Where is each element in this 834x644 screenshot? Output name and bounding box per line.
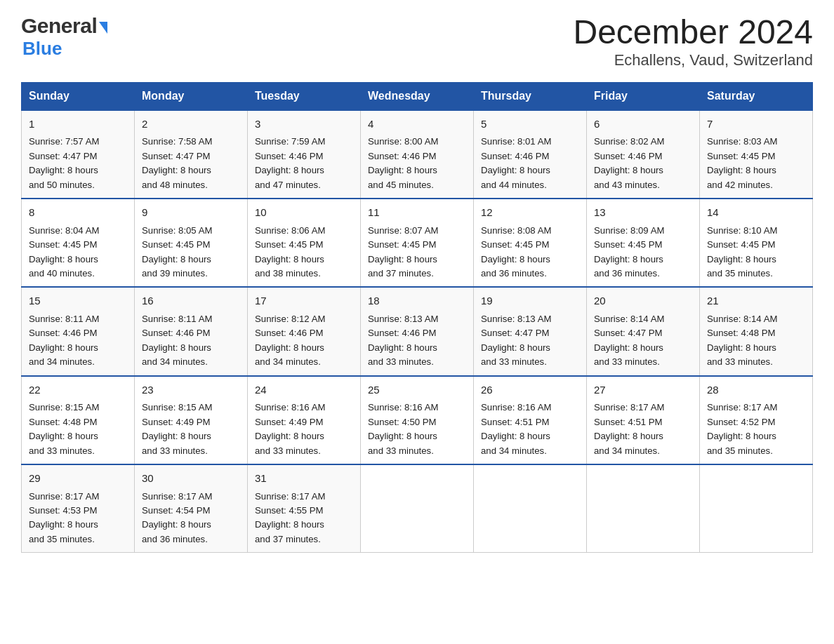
day-number: 14 xyxy=(707,205,805,221)
logo-general-text: General xyxy=(21,14,97,38)
day-number: 7 xyxy=(707,116,805,133)
calendar-day-cell: 8 Sunrise: 8:04 AM Sunset: 4:45 PM Dayli… xyxy=(22,199,135,287)
day-number: 8 xyxy=(29,205,127,221)
day-info: Sunrise: 8:05 AM Sunset: 4:45 PM Dayligh… xyxy=(142,224,240,281)
calendar-day-cell: 31 Sunrise: 8:17 AM Sunset: 4:55 PM Dayl… xyxy=(248,464,361,553)
calendar-day-cell: 26 Sunrise: 8:16 AM Sunset: 4:51 PM Dayl… xyxy=(474,376,587,464)
day-number: 19 xyxy=(481,293,579,309)
calendar-day-cell xyxy=(474,464,587,553)
calendar-day-cell: 15 Sunrise: 8:11 AM Sunset: 4:46 PM Dayl… xyxy=(22,287,135,375)
col-friday: Friday xyxy=(587,82,700,110)
calendar-day-cell: 29 Sunrise: 8:17 AM Sunset: 4:53 PM Dayl… xyxy=(22,464,135,553)
col-monday: Monday xyxy=(135,82,248,110)
calendar-day-cell: 12 Sunrise: 8:08 AM Sunset: 4:45 PM Dayl… xyxy=(474,199,587,287)
day-info: Sunrise: 8:16 AM Sunset: 4:51 PM Dayligh… xyxy=(481,401,579,458)
calendar-day-cell: 21 Sunrise: 8:14 AM Sunset: 4:48 PM Dayl… xyxy=(700,287,813,375)
day-number: 31 xyxy=(255,471,353,487)
day-number: 12 xyxy=(481,205,579,221)
day-number: 25 xyxy=(368,382,466,398)
calendar-day-cell: 2 Sunrise: 7:58 AM Sunset: 4:47 PM Dayli… xyxy=(135,110,248,199)
day-number: 4 xyxy=(368,116,466,133)
day-info: Sunrise: 7:58 AM Sunset: 4:47 PM Dayligh… xyxy=(142,135,240,192)
day-info: Sunrise: 8:17 AM Sunset: 4:53 PM Dayligh… xyxy=(29,490,127,547)
calendar-day-cell: 1 Sunrise: 7:57 AM Sunset: 4:47 PM Dayli… xyxy=(22,110,135,199)
calendar-header-row: Sunday Monday Tuesday Wednesday Thursday… xyxy=(22,82,813,110)
day-info: Sunrise: 8:14 AM Sunset: 4:47 PM Dayligh… xyxy=(594,312,692,370)
col-sunday: Sunday xyxy=(22,82,135,110)
day-info: Sunrise: 8:11 AM Sunset: 4:46 PM Dayligh… xyxy=(142,312,240,370)
day-number: 29 xyxy=(29,471,127,487)
day-number: 23 xyxy=(142,382,240,398)
day-info: Sunrise: 8:17 AM Sunset: 4:55 PM Dayligh… xyxy=(255,490,353,547)
day-number: 16 xyxy=(142,293,240,309)
day-info: Sunrise: 8:13 AM Sunset: 4:46 PM Dayligh… xyxy=(368,312,466,370)
day-number: 28 xyxy=(707,382,805,398)
day-number: 21 xyxy=(707,293,805,309)
day-number: 6 xyxy=(594,116,692,133)
calendar-day-cell: 16 Sunrise: 8:11 AM Sunset: 4:46 PM Dayl… xyxy=(135,287,248,375)
calendar-day-cell xyxy=(587,464,700,553)
day-info: Sunrise: 8:17 AM Sunset: 4:54 PM Dayligh… xyxy=(142,490,240,547)
day-info: Sunrise: 8:04 AM Sunset: 4:45 PM Dayligh… xyxy=(29,224,127,281)
day-info: Sunrise: 7:59 AM Sunset: 4:46 PM Dayligh… xyxy=(255,135,353,192)
day-info: Sunrise: 8:12 AM Sunset: 4:46 PM Dayligh… xyxy=(255,312,353,370)
day-number: 2 xyxy=(142,116,240,133)
calendar-day-cell: 13 Sunrise: 8:09 AM Sunset: 4:45 PM Dayl… xyxy=(587,199,700,287)
day-number: 24 xyxy=(255,382,353,398)
day-info: Sunrise: 8:02 AM Sunset: 4:46 PM Dayligh… xyxy=(594,135,692,192)
day-number: 1 xyxy=(29,116,127,133)
calendar-day-cell: 10 Sunrise: 8:06 AM Sunset: 4:45 PM Dayl… xyxy=(248,199,361,287)
calendar-table: Sunday Monday Tuesday Wednesday Thursday… xyxy=(21,82,813,554)
day-info: Sunrise: 8:07 AM Sunset: 4:45 PM Dayligh… xyxy=(368,224,466,281)
calendar-day-cell: 25 Sunrise: 8:16 AM Sunset: 4:50 PM Dayl… xyxy=(361,376,474,464)
day-number: 22 xyxy=(29,382,127,398)
day-info: Sunrise: 8:00 AM Sunset: 4:46 PM Dayligh… xyxy=(368,135,466,192)
calendar-week-row: 15 Sunrise: 8:11 AM Sunset: 4:46 PM Dayl… xyxy=(22,287,813,375)
calendar-day-cell: 23 Sunrise: 8:15 AM Sunset: 4:49 PM Dayl… xyxy=(135,376,248,464)
day-info: Sunrise: 8:13 AM Sunset: 4:47 PM Dayligh… xyxy=(481,312,579,370)
calendar-day-cell: 5 Sunrise: 8:01 AM Sunset: 4:46 PM Dayli… xyxy=(474,110,587,199)
day-info: Sunrise: 8:01 AM Sunset: 4:46 PM Dayligh… xyxy=(481,135,579,192)
col-wednesday: Wednesday xyxy=(361,82,474,110)
day-info: Sunrise: 8:03 AM Sunset: 4:45 PM Dayligh… xyxy=(707,135,805,192)
calendar-day-cell xyxy=(700,464,813,553)
day-info: Sunrise: 8:15 AM Sunset: 4:49 PM Dayligh… xyxy=(142,401,240,458)
day-number: 13 xyxy=(594,205,692,221)
day-info: Sunrise: 7:57 AM Sunset: 4:47 PM Dayligh… xyxy=(29,135,127,192)
col-tuesday: Tuesday xyxy=(248,82,361,110)
calendar-day-cell: 3 Sunrise: 7:59 AM Sunset: 4:46 PM Dayli… xyxy=(248,110,361,199)
calendar-subtitle: Echallens, Vaud, Switzerland xyxy=(573,51,813,69)
day-number: 11 xyxy=(368,205,466,221)
day-info: Sunrise: 8:16 AM Sunset: 4:49 PM Dayligh… xyxy=(255,401,353,458)
col-thursday: Thursday xyxy=(474,82,587,110)
calendar-day-cell xyxy=(361,464,474,553)
day-info: Sunrise: 8:15 AM Sunset: 4:48 PM Dayligh… xyxy=(29,401,127,458)
day-info: Sunrise: 8:11 AM Sunset: 4:46 PM Dayligh… xyxy=(29,312,127,370)
calendar-day-cell: 6 Sunrise: 8:02 AM Sunset: 4:46 PM Dayli… xyxy=(587,110,700,199)
calendar-day-cell: 4 Sunrise: 8:00 AM Sunset: 4:46 PM Dayli… xyxy=(361,110,474,199)
calendar-day-cell: 19 Sunrise: 8:13 AM Sunset: 4:47 PM Dayl… xyxy=(474,287,587,375)
calendar-day-cell: 9 Sunrise: 8:05 AM Sunset: 4:45 PM Dayli… xyxy=(135,199,248,287)
calendar-day-cell: 11 Sunrise: 8:07 AM Sunset: 4:45 PM Dayl… xyxy=(361,199,474,287)
day-number: 18 xyxy=(368,293,466,309)
calendar-day-cell: 20 Sunrise: 8:14 AM Sunset: 4:47 PM Dayl… xyxy=(587,287,700,375)
calendar-week-row: 22 Sunrise: 8:15 AM Sunset: 4:48 PM Dayl… xyxy=(22,376,813,464)
day-info: Sunrise: 8:06 AM Sunset: 4:45 PM Dayligh… xyxy=(255,224,353,281)
title-block: December 2024 Echallens, Vaud, Switzerla… xyxy=(573,14,813,69)
calendar-day-cell: 7 Sunrise: 8:03 AM Sunset: 4:45 PM Dayli… xyxy=(700,110,813,199)
day-info: Sunrise: 8:17 AM Sunset: 4:51 PM Dayligh… xyxy=(594,401,692,458)
logo: General Blue xyxy=(21,14,107,60)
calendar-day-cell: 30 Sunrise: 8:17 AM Sunset: 4:54 PM Dayl… xyxy=(135,464,248,553)
calendar-week-row: 8 Sunrise: 8:04 AM Sunset: 4:45 PM Dayli… xyxy=(22,199,813,287)
day-number: 9 xyxy=(142,205,240,221)
col-saturday: Saturday xyxy=(700,82,813,110)
day-number: 30 xyxy=(142,471,240,487)
day-number: 10 xyxy=(255,205,353,221)
day-number: 3 xyxy=(255,116,353,133)
day-info: Sunrise: 8:08 AM Sunset: 4:45 PM Dayligh… xyxy=(481,224,579,281)
day-info: Sunrise: 8:17 AM Sunset: 4:52 PM Dayligh… xyxy=(707,401,805,458)
day-number: 20 xyxy=(594,293,692,309)
calendar-day-cell: 27 Sunrise: 8:17 AM Sunset: 4:51 PM Dayl… xyxy=(587,376,700,464)
calendar-week-row: 1 Sunrise: 7:57 AM Sunset: 4:47 PM Dayli… xyxy=(22,110,813,199)
day-number: 5 xyxy=(481,116,579,133)
